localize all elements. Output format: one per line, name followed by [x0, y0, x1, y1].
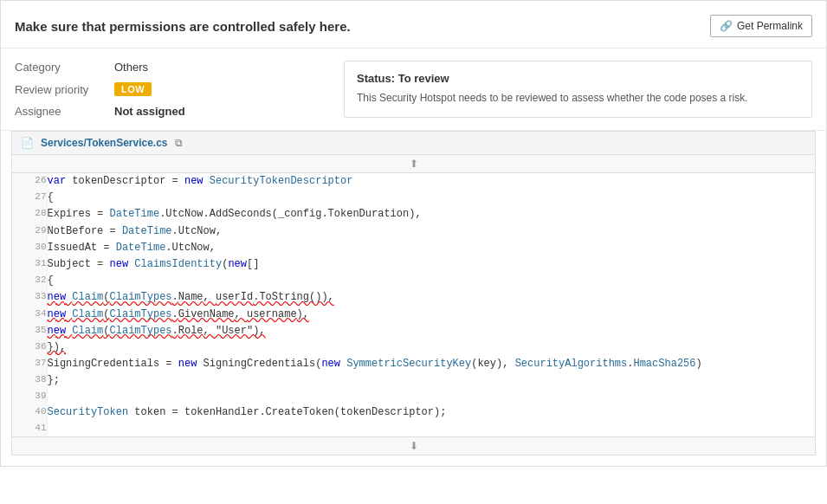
line-content: var tokenDescriptor = new SecurityTokenD… [47, 173, 815, 190]
status-panel: Status: To review This Security Hotspot … [344, 61, 812, 118]
review-priority-row: Review priority LOW [15, 82, 326, 96]
table-row: 37 SigningCredentials = new SigningCrede… [12, 356, 815, 372]
table-row: 40 SecurityToken token = tokenHandler.Cr… [12, 404, 815, 421]
code-table: 26 var tokenDescriptor = new SecurityTok… [12, 173, 815, 436]
line-number: 30 [12, 240, 47, 256]
table-row: 27 { [12, 190, 815, 206]
line-number: 39 [12, 389, 47, 404]
line-number: 31 [12, 256, 47, 273]
line-number: 40 [12, 404, 47, 421]
category-value: Others [114, 61, 148, 74]
line-content: new Claim(ClaimTypes.Role, "User"), [47, 323, 815, 339]
category-label: Category [15, 61, 114, 74]
line-number: 36 [12, 339, 47, 356]
page-title: Make sure that permissions are controlle… [15, 19, 351, 34]
line-number: 27 [12, 190, 47, 206]
line-number: 29 [12, 223, 47, 240]
code-header: 📄 Services/TokenService.cs ⧉ [12, 132, 815, 155]
status-title: Status: To review [357, 72, 799, 85]
line-content: }; [47, 372, 815, 389]
review-priority-label: Review priority [15, 83, 114, 96]
table-row: 30 IssuedAt = DateTime.UtcNow, [12, 240, 815, 256]
line-content: Subject = new ClaimsIdentity(new[] [47, 256, 815, 273]
line-content: SecurityToken token = tokenHandler.Creat… [47, 404, 815, 421]
line-content: new Claim(ClaimTypes.GivenName, username… [47, 307, 815, 323]
table-row: 29 NotBefore = DateTime.UtcNow, [12, 223, 815, 240]
line-number: 26 [12, 173, 47, 190]
scroll-down-button[interactable]: ⬇ [12, 436, 815, 455]
table-row: 34 new Claim(ClaimTypes.GivenName, usern… [12, 307, 815, 323]
header: Make sure that permissions are controlle… [1, 1, 826, 48]
table-row: 32 { [12, 273, 815, 289]
line-number: 34 [12, 307, 47, 323]
line-content: NotBefore = DateTime.UtcNow, [47, 223, 815, 240]
copy-icon[interactable]: ⧉ [175, 137, 183, 149]
line-number: 35 [12, 323, 47, 339]
assignee-value: Not assigned [114, 105, 185, 118]
line-number: 37 [12, 356, 47, 372]
line-number: 28 [12, 206, 47, 223]
table-row: 38 }; [12, 372, 815, 389]
code-body[interactable]: 26 var tokenDescriptor = new SecurityTok… [12, 173, 815, 436]
assignee-label: Assignee [15, 105, 114, 118]
table-row: 28 Expires = DateTime.UtcNow.AddSeconds(… [12, 206, 815, 223]
status-description: This Security Hotspot needs to be review… [357, 90, 799, 106]
line-content: }), [47, 339, 815, 356]
meta-left: Category Others Review priority LOW Assi… [15, 61, 326, 118]
line-content: new Claim(ClaimTypes.Name, userId.ToStri… [47, 289, 815, 306]
code-filename[interactable]: Services/TokenService.cs [41, 137, 168, 149]
table-row: 26 var tokenDescriptor = new SecurityTok… [12, 173, 815, 190]
link-icon: 🔗 [720, 20, 733, 32]
table-row: 39 [12, 389, 815, 404]
page-container: Make sure that permissions are controlle… [0, 0, 827, 467]
line-content: Expires = DateTime.UtcNow.AddSeconds(_co… [47, 206, 815, 223]
scroll-up-button[interactable]: ⬆ [12, 155, 815, 173]
get-permalink-button[interactable]: 🔗 Get Permalink [710, 15, 812, 37]
line-content [47, 389, 815, 404]
table-row: 31 Subject = new ClaimsIdentity(new[] [12, 256, 815, 273]
line-number: 38 [12, 372, 47, 389]
line-number: 33 [12, 289, 47, 306]
table-row: 36 }), [12, 339, 815, 356]
line-content: { [47, 273, 815, 289]
code-section: 📄 Services/TokenService.cs ⧉ ⬆ 26 var to… [11, 131, 816, 456]
meta-section: Category Others Review priority LOW Assi… [1, 48, 826, 131]
assignee-row: Assignee Not assigned [15, 105, 326, 118]
review-priority-badge: LOW [114, 82, 152, 96]
table-row: 33 new Claim(ClaimTypes.Name, userId.ToS… [12, 289, 815, 306]
table-row: 41 [12, 421, 815, 436]
line-content: IssuedAt = DateTime.UtcNow, [47, 240, 815, 256]
line-number: 32 [12, 273, 47, 289]
category-row: Category Others [15, 61, 326, 74]
line-content: SigningCredentials = new SigningCredenti… [47, 356, 815, 372]
line-content: { [47, 190, 815, 206]
line-number: 41 [12, 421, 47, 436]
table-row: 35 new Claim(ClaimTypes.Role, "User"), [12, 323, 815, 339]
file-icon: 📄 [21, 137, 34, 149]
line-content [47, 421, 815, 436]
